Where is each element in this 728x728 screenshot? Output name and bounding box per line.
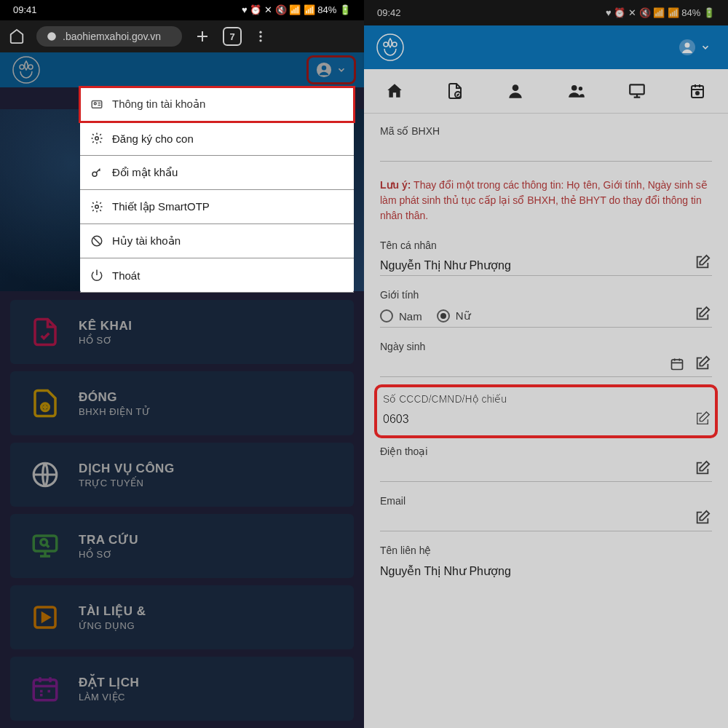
nav-doc-icon[interactable] xyxy=(443,79,467,103)
menu-item-label: Đăng ký cho con xyxy=(112,132,194,145)
card-tai-lieu[interactable]: TÀI LIỆU & ỨNG DỤNG xyxy=(10,585,354,649)
edit-icon[interactable] xyxy=(695,306,712,323)
menu-item-register-child[interactable]: Đăng ký cho con xyxy=(80,122,354,156)
svg-rect-9 xyxy=(92,101,102,108)
field-value xyxy=(380,141,712,162)
svg-point-28 xyxy=(571,85,577,91)
card-title: ĐÓNG xyxy=(79,390,150,405)
field-label: Số CCCD/CMND/Hộ chiếu xyxy=(383,393,709,405)
card-dich-vu[interactable]: DỊCH VỤ CÔNG TRỰC TUYẾN xyxy=(10,443,354,507)
field-phone: Điện thoại xyxy=(380,446,712,482)
field-label: Mã số BHXH xyxy=(380,125,712,137)
menu-item-change-password[interactable]: Đổi mật khẩu xyxy=(80,156,354,190)
field-label: Ngày sinh xyxy=(380,341,712,352)
svg-point-13 xyxy=(95,205,99,209)
field-value xyxy=(380,462,712,482)
card-tra-cuu[interactable]: TRA CỨU HỒ SƠ xyxy=(10,514,354,578)
menu-item-account-info[interactable]: Thông tin tài khoản xyxy=(80,87,354,122)
field-value xyxy=(380,511,712,531)
power-icon xyxy=(90,269,103,282)
svg-point-22 xyxy=(384,42,388,47)
field-id-number: Số CCCD/CMND/Hộ chiếu 0603 xyxy=(380,390,712,432)
calendar-icon xyxy=(28,671,63,706)
gear-icon xyxy=(90,200,103,213)
user-menu-button[interactable] xyxy=(671,34,718,60)
field-value: Nguyễn Thị Như Phượng xyxy=(380,561,712,581)
menu-item-label: Đổi mật khẩu xyxy=(112,166,178,179)
svg-point-5 xyxy=(20,65,24,69)
card-ke-khai[interactable]: KÊ KHAI HỒ SƠ xyxy=(10,300,354,364)
card-title: ĐẶT LỊCH xyxy=(79,675,139,690)
svg-rect-30 xyxy=(630,84,644,94)
radio-female[interactable]: Nữ xyxy=(437,309,471,323)
clock: 09:42 xyxy=(377,7,401,18)
edit-icon[interactable] xyxy=(695,254,712,272)
menu-item-logout[interactable]: Thoát xyxy=(80,258,354,293)
card-dong[interactable]: ĐÓNG BHXH ĐIỆN TỬ xyxy=(10,371,354,435)
menu-item-label: Hủy tài khoản xyxy=(112,234,181,248)
edit-icon[interactable] xyxy=(695,355,712,373)
logo-icon[interactable] xyxy=(10,54,42,86)
card-subtitle: LÀM VIỆC xyxy=(79,692,139,703)
id-card-icon xyxy=(90,98,103,111)
gear-icon xyxy=(90,132,103,145)
radio-icon xyxy=(380,309,393,323)
status-bar: 09:42 ♥ ⏰ ✕ 🔇 📶 📶 84% 🔋 xyxy=(364,0,728,25)
plus-icon[interactable] xyxy=(194,28,211,45)
menu-item-label: Thông tin tài khoản xyxy=(112,98,205,111)
home-icon[interactable] xyxy=(9,28,25,44)
card-subtitle: HỒ SƠ xyxy=(79,549,138,560)
nav-icons xyxy=(364,69,728,114)
edit-icon[interactable] xyxy=(695,510,712,527)
field-name: Tên cá nhân Nguyễn Thị Như Phượng xyxy=(380,240,712,276)
card-dat-lich[interactable]: ĐẶT LỊCH LÀM VIỆC xyxy=(10,657,354,721)
calendar-icon[interactable] xyxy=(670,357,686,373)
radio-icon xyxy=(437,309,450,323)
edit-icon[interactable] xyxy=(695,460,712,478)
menu-dots-icon[interactable] xyxy=(253,29,268,44)
pay-icon xyxy=(28,386,63,421)
menu-item-smart-otp[interactable]: Thiết lập SmartOTP xyxy=(80,190,354,224)
svg-point-8 xyxy=(322,66,326,70)
svg-point-25 xyxy=(685,43,690,48)
svg-point-18 xyxy=(41,539,47,545)
field-label: Email xyxy=(380,495,712,507)
tab-count[interactable]: 7 xyxy=(223,27,242,46)
nav-calendar-icon[interactable] xyxy=(686,79,709,103)
profile-content: Mã số BHXH Lưu ý: Thay đổi một trong các… xyxy=(364,114,728,728)
url-bar[interactable]: .baohiemxahoi.gov.vn xyxy=(36,26,182,47)
field-contact-name: Tên liên hệ Nguyễn Thị Như Phượng xyxy=(380,545,712,581)
field-gender: Giới tính Nam Nữ xyxy=(380,289,712,328)
nav-desktop-icon[interactable] xyxy=(625,79,649,103)
url-text: .baohiemxahoi.gov.vn xyxy=(63,31,161,42)
menu-item-cancel-account[interactable]: Hủy tài khoản xyxy=(80,224,354,258)
browser-bar: .baohiemxahoi.gov.vn 7 xyxy=(0,20,364,53)
svg-point-12 xyxy=(92,172,97,176)
card-subtitle: TRỰC TUYẾN xyxy=(79,478,175,488)
edit-icon[interactable] xyxy=(695,411,712,428)
svg-point-11 xyxy=(95,137,99,141)
nav-user-icon[interactable] xyxy=(504,79,527,103)
user-dropdown-menu: Thông tin tài khoản Đăng ký cho con Đổi … xyxy=(80,87,354,293)
field-value: Nguyễn Thị Như Phượng xyxy=(380,256,712,276)
field-email: Email xyxy=(380,495,712,531)
svg-point-10 xyxy=(94,103,96,105)
user-menu-button[interactable] xyxy=(309,58,354,82)
card-subtitle: BHXH ĐIỆN TỬ xyxy=(79,406,150,417)
field-value xyxy=(380,357,712,377)
logo-icon[interactable] xyxy=(374,31,406,63)
status-bar: 09:41 ♥ ⏰ ✕ 🔇 📶 📶 84% 🔋 xyxy=(0,0,364,20)
radio-male[interactable]: Nam xyxy=(380,309,422,323)
app-header xyxy=(364,25,728,69)
app-header xyxy=(0,52,364,87)
svg-point-27 xyxy=(513,84,519,91)
card-subtitle: HỒ SƠ xyxy=(79,335,132,346)
nav-users-icon[interactable] xyxy=(565,79,588,103)
field-label: Tên liên hệ xyxy=(380,545,712,556)
field-dob: Ngày sinh xyxy=(380,341,712,377)
svg-point-3 xyxy=(259,39,261,41)
nav-home-icon[interactable] xyxy=(383,79,406,103)
doc-icon xyxy=(28,314,63,349)
field-label: Điện thoại xyxy=(380,446,712,457)
play-icon xyxy=(28,600,63,635)
